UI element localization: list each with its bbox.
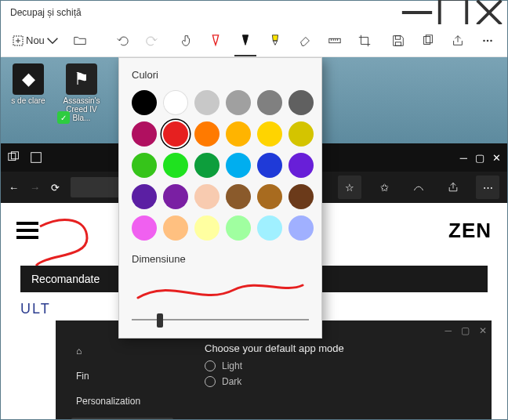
color-swatch[interactable] bbox=[226, 90, 251, 115]
size-slider[interactable] bbox=[132, 319, 309, 320]
colors-heading: Culori bbox=[132, 69, 309, 81]
svg-point-16 bbox=[483, 39, 485, 42]
settings-nav-background[interactable]: ▭ Background bbox=[71, 418, 173, 419]
color-swatch[interactable] bbox=[257, 90, 282, 115]
forward-icon[interactable]: → bbox=[30, 182, 40, 194]
refresh-icon[interactable]: ⟳ bbox=[51, 182, 60, 194]
desktop-icon: ⚑✓ Assassin's Creed IV Bla... bbox=[59, 63, 104, 122]
color-swatch[interactable] bbox=[226, 184, 251, 209]
pen-black-icon bbox=[238, 34, 252, 48]
color-swatch[interactable] bbox=[288, 184, 314, 209]
color-swatch[interactable] bbox=[163, 215, 188, 241]
highlighter-button[interactable] bbox=[262, 27, 288, 54]
toolbar: Nou bbox=[1, 24, 507, 57]
new-snip-button[interactable]: Nou bbox=[7, 31, 64, 50]
favorite-icon[interactable]: ☆ bbox=[338, 176, 361, 199]
color-swatch[interactable] bbox=[163, 153, 188, 178]
folder-icon bbox=[73, 34, 87, 48]
open-button[interactable] bbox=[67, 27, 93, 54]
color-swatch[interactable] bbox=[163, 121, 188, 147]
close-button[interactable] bbox=[471, 1, 507, 24]
edge-minimize-icon: ─ bbox=[460, 152, 467, 164]
settings-maximize-icon: ▢ bbox=[461, 325, 470, 336]
color-swatch[interactable] bbox=[132, 90, 157, 115]
favorites-list-icon[interactable]: ✩ bbox=[372, 176, 396, 199]
color-swatch[interactable] bbox=[257, 184, 282, 209]
new-icon bbox=[12, 34, 24, 47]
color-swatch[interactable] bbox=[194, 215, 220, 241]
desktop-icon: ◆ s de clare bbox=[5, 63, 51, 105]
color-swatch[interactable] bbox=[163, 90, 188, 115]
edge-close-icon: ✕ bbox=[492, 152, 501, 164]
back-icon[interactable]: ← bbox=[9, 182, 19, 194]
svg-rect-21 bbox=[31, 153, 42, 163]
color-swatch[interactable] bbox=[194, 121, 220, 147]
crop-button[interactable] bbox=[351, 27, 378, 54]
new-label: Nou bbox=[26, 34, 45, 46]
highlighter-icon bbox=[268, 34, 282, 48]
svg-rect-1 bbox=[440, 0, 467, 26]
svg-point-17 bbox=[487, 39, 489, 42]
redo-button[interactable] bbox=[139, 27, 165, 54]
color-swatch[interactable] bbox=[257, 153, 282, 178]
color-swatch[interactable] bbox=[194, 90, 220, 115]
slider-thumb[interactable] bbox=[157, 313, 163, 328]
radio-dark[interactable]: Dark bbox=[205, 376, 476, 387]
category-label: Recomandate bbox=[31, 273, 100, 285]
notes-icon[interactable] bbox=[407, 176, 430, 199]
maximize-button[interactable] bbox=[435, 1, 471, 24]
settings-nav-personalization[interactable]: Personalization bbox=[71, 393, 173, 410]
color-swatch[interactable] bbox=[288, 153, 314, 178]
color-swatch[interactable] bbox=[194, 184, 220, 209]
svg-rect-13 bbox=[395, 42, 401, 45]
radio-light[interactable]: Light bbox=[205, 360, 476, 371]
more-button[interactable] bbox=[474, 27, 501, 54]
settings-mode-header: Choose your default app mode bbox=[205, 342, 476, 354]
color-swatch[interactable] bbox=[132, 153, 157, 178]
ink-stroke bbox=[32, 211, 111, 273]
color-swatch[interactable] bbox=[226, 121, 251, 147]
copy-button[interactable] bbox=[415, 27, 441, 54]
save-icon bbox=[391, 34, 405, 48]
window-title: Decupaj și schiță bbox=[10, 7, 82, 18]
touch-writing-button[interactable] bbox=[172, 27, 199, 54]
titlebar: Decupaj și schiță bbox=[1, 1, 507, 24]
color-swatch[interactable] bbox=[288, 215, 314, 241]
eraser-icon bbox=[298, 34, 312, 48]
ruler-button[interactable] bbox=[321, 27, 348, 54]
share-button[interactable] bbox=[444, 27, 471, 54]
color-swatch[interactable] bbox=[163, 184, 188, 209]
settings-close-icon: ✕ bbox=[479, 325, 487, 336]
color-swatch[interactable] bbox=[132, 215, 157, 241]
tab-icon bbox=[29, 150, 43, 165]
color-swatch[interactable] bbox=[194, 153, 220, 178]
app-icon: ⚑✓ bbox=[66, 63, 97, 95]
color-swatch[interactable] bbox=[288, 90, 314, 115]
edge-maximize-icon: ▢ bbox=[475, 152, 484, 164]
undo-button[interactable] bbox=[109, 27, 136, 54]
pen-red-icon bbox=[209, 34, 223, 48]
color-swatch[interactable] bbox=[226, 153, 251, 178]
color-swatch[interactable] bbox=[132, 184, 157, 209]
site-title: ZEN bbox=[448, 219, 492, 243]
settings-nav-find[interactable]: Fin bbox=[71, 368, 173, 385]
color-swatch[interactable] bbox=[226, 215, 251, 241]
edge-more-icon[interactable]: ⋯ bbox=[476, 176, 499, 199]
app-icon: ◆ bbox=[13, 63, 44, 95]
minimize-button[interactable] bbox=[399, 1, 435, 24]
color-swatch[interactable] bbox=[257, 121, 282, 147]
settings-nav-home[interactable]: ⌂ bbox=[71, 342, 173, 360]
save-button[interactable] bbox=[385, 27, 412, 54]
edge-share-icon[interactable] bbox=[441, 176, 465, 199]
size-preview bbox=[132, 274, 309, 308]
canvas-area: ◆ s de clare ⚑✓ Assassin's Creed IV Bla.… bbox=[1, 57, 507, 419]
eraser-button[interactable] bbox=[292, 27, 318, 54]
svg-rect-7 bbox=[329, 38, 340, 42]
settings-nav: ⌂ Fin Personalization ▭ Background bbox=[71, 342, 173, 419]
ballpoint-pen-button[interactable] bbox=[202, 27, 229, 54]
color-swatch[interactable] bbox=[288, 121, 314, 147]
color-swatch[interactable] bbox=[132, 121, 157, 147]
color-swatch[interactable] bbox=[257, 215, 282, 241]
more-icon bbox=[481, 34, 495, 48]
pencil-button[interactable] bbox=[232, 27, 259, 54]
